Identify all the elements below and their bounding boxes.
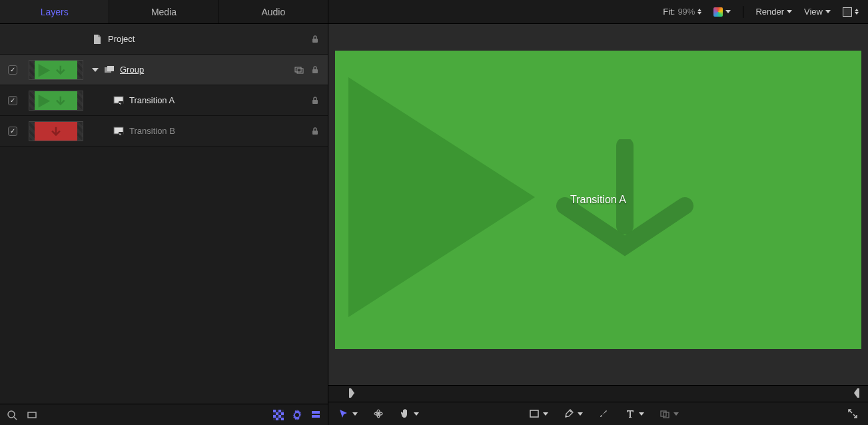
chevron-down-icon <box>725 10 731 13</box>
lock-icon[interactable] <box>310 96 320 105</box>
sidebar-tabs: Layers Media Audio <box>0 0 328 24</box>
chevron-down-icon[interactable] <box>578 412 583 416</box>
chevron-down-icon[interactable] <box>414 412 419 416</box>
svg-rect-27 <box>312 415 320 418</box>
mini-timeline[interactable] <box>328 385 868 402</box>
layer-thumbnail <box>29 121 83 141</box>
svg-rect-18 <box>273 410 276 412</box>
frame-icon[interactable] <box>27 410 37 420</box>
project-label: Project <box>108 34 135 44</box>
lock-icon[interactable] <box>310 127 320 136</box>
pen-tool-icon[interactable] <box>563 408 575 420</box>
mask-tool-icon[interactable] <box>659 408 671 420</box>
brush-tool-icon[interactable] <box>598 408 610 420</box>
hand-tool-icon[interactable] <box>399 408 411 420</box>
layer-thumbnail <box>29 91 83 111</box>
fit-value: 99% <box>677 7 695 17</box>
chevron-down-icon <box>825 10 831 13</box>
tab-layers[interactable]: Layers <box>0 0 109 23</box>
svg-rect-25 <box>281 418 284 420</box>
layer-thumbnail <box>29 60 83 80</box>
sidebar-footer <box>0 404 328 425</box>
layer-row-transition-a[interactable]: ✓ Transition A <box>0 85 328 116</box>
chevron-down-icon[interactable] <box>673 412 679 416</box>
svg-marker-7 <box>39 94 51 107</box>
svg-rect-4 <box>295 67 301 72</box>
canvas-toolbar <box>328 402 868 425</box>
in-point-icon[interactable] <box>348 388 355 398</box>
svg-rect-20 <box>276 412 278 415</box>
svg-rect-10 <box>312 100 318 104</box>
orbit-3d-tool-icon[interactable] <box>372 408 384 420</box>
layers-stack-icon[interactable] <box>310 410 321 420</box>
fit-label: Fit: <box>663 7 675 17</box>
out-point-icon[interactable] <box>853 388 860 398</box>
checker-icon[interactable] <box>273 410 284 420</box>
chevron-down-icon[interactable] <box>543 412 548 416</box>
svg-rect-13 <box>312 131 318 135</box>
group-icon <box>104 65 115 75</box>
chevron-down-icon <box>787 10 792 13</box>
svg-rect-0 <box>312 39 318 43</box>
canvas-content: Transition A <box>335 51 861 349</box>
svg-rect-23 <box>278 415 281 418</box>
chevron-down-icon[interactable] <box>639 412 644 416</box>
svg-marker-1 <box>39 63 51 77</box>
render-menu[interactable]: Render <box>755 7 792 17</box>
svg-rect-19 <box>278 410 281 412</box>
play-triangle-icon <box>348 77 535 317</box>
link-icon[interactable] <box>294 65 304 75</box>
separator <box>743 6 743 18</box>
view-layout-menu[interactable] <box>843 7 859 17</box>
disclosure-triangle-icon[interactable] <box>92 68 99 72</box>
lock-icon[interactable] <box>310 35 320 44</box>
svg-rect-22 <box>273 415 276 418</box>
item-label: Transition B <box>129 126 175 136</box>
item-label: Transition A <box>129 95 175 105</box>
tab-media[interactable]: Media <box>109 0 218 23</box>
svg-rect-16 <box>28 412 36 418</box>
canvas-area: Fit: 99% Render View <box>328 0 868 425</box>
visibility-checkbox[interactable]: ✓ <box>8 96 17 105</box>
color-channel-menu[interactable] <box>713 7 731 17</box>
gear-icon[interactable] <box>292 410 302 420</box>
visibility-checkbox[interactable]: ✓ <box>8 65 17 75</box>
stepper-icon <box>855 9 859 15</box>
svg-rect-3 <box>107 66 114 71</box>
arrow-down-icon <box>545 139 705 272</box>
visibility-checkbox[interactable]: ✓ <box>8 127 17 136</box>
canvas-header: Fit: 99% Render View <box>328 0 868 24</box>
rectangle-tool-icon[interactable] <box>528 408 540 420</box>
svg-rect-26 <box>312 411 320 414</box>
color-wheel-icon <box>713 7 723 17</box>
tab-audio[interactable]: Audio <box>219 0 328 23</box>
canvas-viewer[interactable]: Transition A <box>328 24 868 385</box>
arrow-tool-icon[interactable] <box>338 408 350 420</box>
expand-icon[interactable] <box>847 408 859 420</box>
group-label: Group <box>120 65 144 75</box>
layer-list: Project ✓ <box>0 24 328 404</box>
search-icon[interactable] <box>7 410 17 420</box>
svg-point-32 <box>566 416 567 417</box>
document-icon <box>92 34 103 45</box>
svg-rect-6 <box>312 69 318 73</box>
svg-point-30 <box>378 413 380 415</box>
layer-row-group[interactable]: ✓ Group <box>0 55 328 85</box>
lock-icon[interactable] <box>310 65 320 75</box>
image-placeholder-icon <box>113 126 124 137</box>
view-menu[interactable]: View <box>804 7 831 17</box>
svg-rect-21 <box>281 412 284 415</box>
stepper-icon <box>697 9 701 15</box>
view-layout-icon <box>843 7 852 17</box>
layers-panel: Layers Media Audio Project <box>0 0 328 425</box>
fit-zoom-control[interactable]: Fit: 99% <box>663 7 701 17</box>
layer-row-transition-b[interactable]: ✓ Transition B <box>0 116 328 147</box>
svg-rect-5 <box>297 69 303 73</box>
layer-row-project[interactable]: Project <box>0 24 328 55</box>
image-placeholder-icon <box>113 95 124 106</box>
chevron-down-icon[interactable] <box>352 412 358 416</box>
svg-rect-31 <box>530 410 538 417</box>
svg-point-14 <box>8 411 15 418</box>
text-tool-icon[interactable] <box>624 408 636 420</box>
svg-rect-24 <box>276 418 278 420</box>
